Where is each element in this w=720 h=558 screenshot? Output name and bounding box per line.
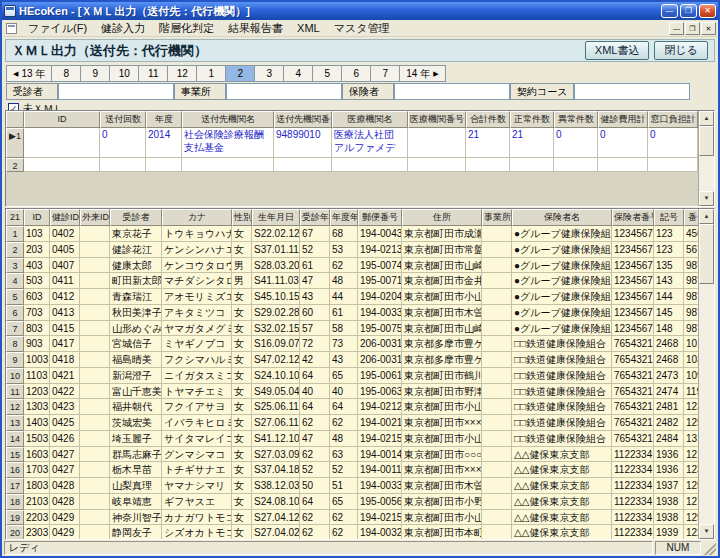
menu-item-result-report[interactable]: 結果報告書 <box>221 20 290 37</box>
cell[interactable] <box>408 128 466 158</box>
cell[interactable]: 0 <box>100 128 146 158</box>
cell[interactable]: 194-0043 <box>358 226 402 242</box>
cell[interactable]: 43 <box>330 352 358 368</box>
cell[interactable]: 青森瑞江 <box>110 289 162 305</box>
cell[interactable] <box>332 158 408 172</box>
cell[interactable]: 127 <box>684 494 698 510</box>
cell[interactable]: 195-0056 <box>358 494 402 510</box>
cell[interactable]: 東京都町田市小野路町○-○ <box>402 494 482 510</box>
cell[interactable]: S22.02.12 <box>252 226 300 242</box>
row-header[interactable]: 13 <box>6 415 24 431</box>
cell[interactable] <box>554 158 598 172</box>
xml-write-button[interactable]: XML書込 <box>585 41 650 60</box>
cell[interactable]: 0429 <box>50 510 80 526</box>
cell[interactable]: 福井朝代 <box>110 399 162 415</box>
cell[interactable]: 山梨真理 <box>110 478 162 494</box>
cell[interactable]: 52 <box>330 462 358 478</box>
cell[interactable]: 62 <box>330 415 358 431</box>
cell[interactable]: □□鉄道健康保険組合 <box>512 352 612 368</box>
cell[interactable]: 女 <box>232 242 252 258</box>
mdi-minimize-button[interactable]: — <box>669 22 684 35</box>
cell[interactable]: 21 <box>510 128 554 158</box>
cell[interactable]: S27.04.02 <box>252 525 300 539</box>
cell[interactable] <box>80 399 110 415</box>
cell[interactable]: 62 <box>330 258 358 274</box>
cell[interactable]: 40 <box>300 384 330 400</box>
row-header[interactable]: 18 <box>6 494 24 510</box>
row-header[interactable]: ▶1 <box>6 128 24 158</box>
column-header[interactable]: ID <box>24 111 100 128</box>
cell[interactable] <box>80 226 110 242</box>
month-tab[interactable]: 3 <box>255 65 284 82</box>
cell[interactable]: 143 <box>654 273 684 289</box>
filter-input[interactable] <box>574 83 690 100</box>
cell[interactable]: 62 <box>330 510 358 526</box>
cell[interactable]: 東京都町田市山崎×-× <box>402 321 482 337</box>
row-header[interactable]: 16 <box>6 462 24 478</box>
column-header[interactable]: 医療機関番号 <box>408 111 466 128</box>
cell[interactable] <box>482 258 512 274</box>
cell[interactable]: フクイアサヨ <box>162 399 232 415</box>
cell[interactable]: 61 <box>330 305 358 321</box>
cell[interactable]: 東京都多摩市豊ケ丘○-○ <box>402 352 482 368</box>
cell[interactable]: S24.08.10 <box>252 494 300 510</box>
row-header[interactable]: 12 <box>6 399 24 415</box>
cell[interactable]: 123 <box>684 399 698 415</box>
cell[interactable] <box>80 415 110 431</box>
cell[interactable] <box>80 352 110 368</box>
row-header[interactable]: 2 <box>6 158 24 172</box>
cell[interactable]: 医療法人社団 アルファメディカル <box>332 128 408 158</box>
cell[interactable]: 健康太郎 <box>110 258 162 274</box>
cell[interactable]: 男 <box>232 258 252 274</box>
cell[interactable]: ケンコウタロウ <box>162 258 232 274</box>
cell[interactable]: S41.11.03 <box>252 273 300 289</box>
cell[interactable] <box>80 384 110 400</box>
cell[interactable]: 64 <box>300 368 330 384</box>
cell[interactable]: 女 <box>232 525 252 539</box>
cell[interactable]: △△健保東京支部 <box>512 510 612 526</box>
cell[interactable] <box>482 494 512 510</box>
cell[interactable]: 129 <box>684 510 698 526</box>
cell[interactable]: △△健保東京支部 <box>512 494 612 510</box>
cell[interactable] <box>80 273 110 289</box>
cell[interactable]: ミヤギノブコ <box>162 336 232 352</box>
cell[interactable]: 女 <box>232 399 252 415</box>
cell[interactable] <box>80 494 110 510</box>
cell[interactable]: カナガワトモコ <box>162 510 232 526</box>
cell[interactable]: 125 <box>684 415 698 431</box>
cell[interactable]: 456 <box>684 226 698 242</box>
cell[interactable]: 62 <box>300 415 330 431</box>
scroll-up-button[interactable]: ▲ <box>699 209 714 224</box>
row-header[interactable]: 14 <box>6 431 24 447</box>
month-tab[interactable]: 4 <box>284 65 313 82</box>
month-tab[interactable]: 9 <box>81 65 110 82</box>
cell[interactable]: 東京都町田市×××× <box>402 415 482 431</box>
cell[interactable]: △△健保東京支部 <box>512 447 612 463</box>
row-header[interactable]: 11 <box>6 384 24 400</box>
cell[interactable]: 64 <box>300 399 330 415</box>
cell[interactable]: 東京都町田市本町田○○○ <box>402 525 482 539</box>
cell[interactable]: 195-0075 <box>358 321 402 337</box>
menu-item-file[interactable]: ファイル(F) <box>21 20 94 37</box>
cell[interactable]: S16.09.07 <box>252 336 300 352</box>
cell[interactable]: 194-0032 <box>358 525 402 539</box>
cell[interactable]: アキタミツコ <box>162 305 232 321</box>
cell[interactable]: 72 <box>300 336 330 352</box>
cell[interactable]: 123 <box>684 462 698 478</box>
cell[interactable]: 0418 <box>50 352 80 368</box>
cell[interactable]: S24.10.10 <box>252 368 300 384</box>
column-header[interactable]: 送付回数 <box>100 111 146 128</box>
cell[interactable]: 東京都町田市成瀬台○-○ <box>402 226 482 242</box>
cell[interactable]: 62 <box>330 525 358 539</box>
cell[interactable]: 48 <box>330 431 358 447</box>
cell[interactable]: 195-0063 <box>358 384 402 400</box>
cell[interactable] <box>482 447 512 463</box>
cell[interactable]: 女 <box>232 384 252 400</box>
cell[interactable]: 144 <box>654 289 684 305</box>
menu-item-kenshin-input[interactable]: 健診入力 <box>94 20 152 37</box>
cell[interactable]: 女 <box>232 336 252 352</box>
cell[interactable]: ●グループ健康保険組合 <box>512 242 612 258</box>
cell[interactable]: 203 <box>24 242 50 258</box>
column-header[interactable]: 健診費用計 <box>598 111 648 128</box>
cell[interactable]: 122 <box>684 525 698 539</box>
